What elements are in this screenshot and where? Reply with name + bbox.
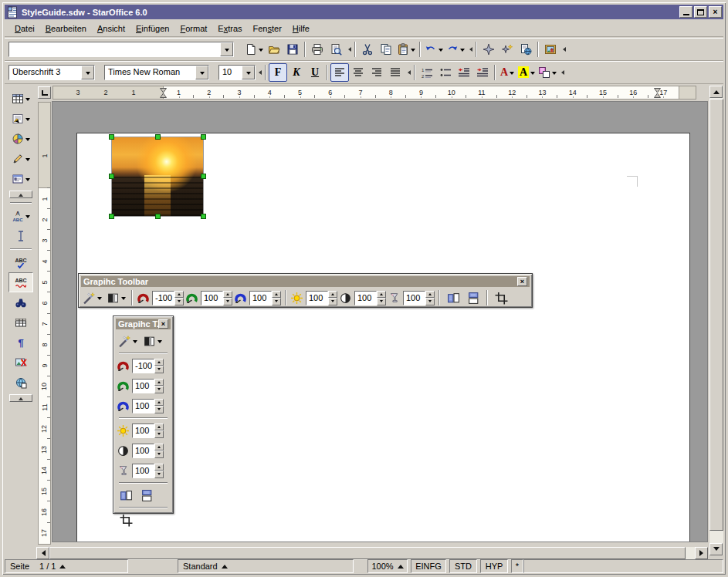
auto-spellcheck-button[interactable]: ABC <box>8 272 33 292</box>
save-button[interactable] <box>283 40 302 59</box>
insert-object-button[interactable] <box>8 129 33 149</box>
close-button[interactable]: × <box>517 277 527 286</box>
redo-button[interactable] <box>445 40 466 59</box>
brightness-value[interactable]: 100 <box>132 423 154 438</box>
font-name-combobox[interactable]: Times New Roman <box>104 65 209 80</box>
close-button[interactable]: × <box>709 6 722 18</box>
graphics-mode-button[interactable] <box>141 332 164 350</box>
red-spinbox[interactable]: -100 <box>152 291 184 305</box>
spin-down-button[interactable] <box>154 450 164 458</box>
spin-up-button[interactable] <box>154 423 164 431</box>
insert-table-button[interactable] <box>8 89 33 109</box>
paragraph-style-combobox[interactable]: Überschrift 3 <box>8 65 95 80</box>
data-sources-button[interactable] <box>8 312 33 332</box>
menu-item-ansicht[interactable]: Ansicht <box>93 22 130 35</box>
spin-up-button[interactable] <box>154 444 164 451</box>
graphic-toolbar-small-floating[interactable]: Grapihc T.. × -100100100100100100 <box>113 315 174 514</box>
hyperlink-dialog-button[interactable] <box>516 40 535 59</box>
menu-item-format[interactable]: Format <box>175 22 212 35</box>
spin-up-button[interactable] <box>154 464 164 471</box>
scroll-down-button[interactable] <box>709 543 723 555</box>
horizontal-ruler[interactable]: 321 1234567891011121314151617 <box>52 86 696 100</box>
font-size-value[interactable]: 10 <box>219 66 242 79</box>
scroll-up-button[interactable] <box>709 86 723 98</box>
resize-handle-ne[interactable] <box>201 134 206 140</box>
font-name-value[interactable]: Times New Roman <box>105 66 195 79</box>
red-spinbox[interactable]: -100 <box>132 359 164 373</box>
spin-down-button[interactable] <box>154 406 164 413</box>
numbered-list-button[interactable]: 12 <box>418 63 436 82</box>
status-page[interactable]: Seite 1 / 1 <box>5 559 128 573</box>
spin-up-button[interactable] <box>174 291 184 299</box>
brightness-value[interactable]: 100 <box>306 291 328 305</box>
spin-down-button[interactable] <box>328 298 337 305</box>
contrast-spinbox[interactable]: 100 <box>132 444 164 458</box>
align-left-button[interactable] <box>330 63 349 82</box>
spellcheck-button[interactable]: ABC <box>8 252 33 272</box>
maximize-button[interactable] <box>694 6 707 18</box>
bullet-list-button[interactable] <box>436 63 455 82</box>
graphics-onoff-button[interactable] <box>8 353 33 373</box>
toolbar-collapse-arrow[interactable] <box>560 42 567 57</box>
spin-down-button[interactable] <box>377 298 386 305</box>
spin-down-button[interactable] <box>154 386 164 393</box>
spin-down-button[interactable] <box>154 366 164 373</box>
font-color-button[interactable]: A <box>498 63 516 82</box>
vertical-ruler[interactable]: 1 1234567891011121314151617 <box>38 102 51 545</box>
status-insert-mode[interactable]: EINFG <box>411 559 446 573</box>
red-value[interactable]: -100 <box>132 359 154 373</box>
autotext-button[interactable]: AABC <box>8 206 33 226</box>
paragraph-background-button[interactable] <box>537 63 558 82</box>
right-indent-marker[interactable] <box>654 88 661 98</box>
spin-up-button[interactable] <box>272 291 281 299</box>
flip-horizontal-button[interactable] <box>444 288 462 307</box>
spin-up-button[interactable] <box>328 291 337 299</box>
contrast-value[interactable]: 100 <box>354 291 377 305</box>
blue-spinbox[interactable]: 100 <box>132 399 164 413</box>
sunset-image[interactable] <box>112 137 203 216</box>
gallery-button[interactable] <box>541 40 560 59</box>
url-dropdown-button[interactable] <box>220 42 233 56</box>
ruler-corner-button[interactable] <box>38 86 51 99</box>
resize-handle-nw[interactable] <box>109 134 114 140</box>
form-functions-button[interactable] <box>8 169 33 189</box>
selected-image-frame[interactable] <box>109 134 206 219</box>
align-justify-button[interactable] <box>386 63 405 82</box>
paragraph-style-value[interactable]: Überschrift 3 <box>9 66 81 79</box>
font-size-combobox[interactable]: 10 <box>218 65 256 80</box>
bold-button[interactable]: F <box>269 63 287 82</box>
spin-up-button[interactable] <box>425 291 435 299</box>
title-bar[interactable]: StyleGuide.sdw - StarOffice 6.0 × <box>5 5 723 19</box>
new-document-button[interactable] <box>243 40 265 59</box>
red-value[interactable]: -100 <box>152 291 174 305</box>
navigator-button[interactable] <box>479 40 498 59</box>
undo-button[interactable] <box>423 40 445 59</box>
copy-button[interactable] <box>377 40 395 59</box>
brightness-spinbox[interactable]: 100 <box>306 291 337 305</box>
green-spinbox[interactable]: 100 <box>132 379 164 393</box>
graphics-mode-button[interactable] <box>105 288 127 307</box>
url-combobox[interactable] <box>8 42 234 57</box>
flip-vertical-button[interactable] <box>464 288 483 307</box>
insert-frame-button[interactable] <box>8 109 33 129</box>
status-selection-mode[interactable]: STD <box>449 559 477 573</box>
menu-item-bearbeiten[interactable]: Bearbeiten <box>41 22 91 35</box>
crop-button[interactable] <box>492 288 510 307</box>
direct-cursor-button[interactable] <box>8 226 33 246</box>
decrease-indent-button[interactable] <box>455 63 473 82</box>
cut-button[interactable] <box>358 40 377 59</box>
spin-down-button[interactable] <box>425 298 435 305</box>
green-value[interactable]: 100 <box>201 291 223 305</box>
toolbar-collapse-arrow[interactable] <box>256 65 262 80</box>
menu-item-einfuegen[interactable]: Einfügen <box>131 22 174 35</box>
left-indent-marker[interactable] <box>160 88 167 98</box>
spin-up-button[interactable] <box>223 291 232 299</box>
spin-up-button[interactable] <box>377 291 386 299</box>
graphic-toolbar-floating[interactable]: Grapihc Toolbar × -100100100100100100 <box>78 273 533 308</box>
resize-handle-sw[interactable] <box>109 214 114 219</box>
crop-button[interactable] <box>117 511 135 529</box>
toolbar-scroll-up-button[interactable] <box>9 191 32 198</box>
spin-down-button[interactable] <box>174 298 184 305</box>
resize-handle-n[interactable] <box>155 134 161 140</box>
italic-button[interactable]: K <box>287 63 306 82</box>
